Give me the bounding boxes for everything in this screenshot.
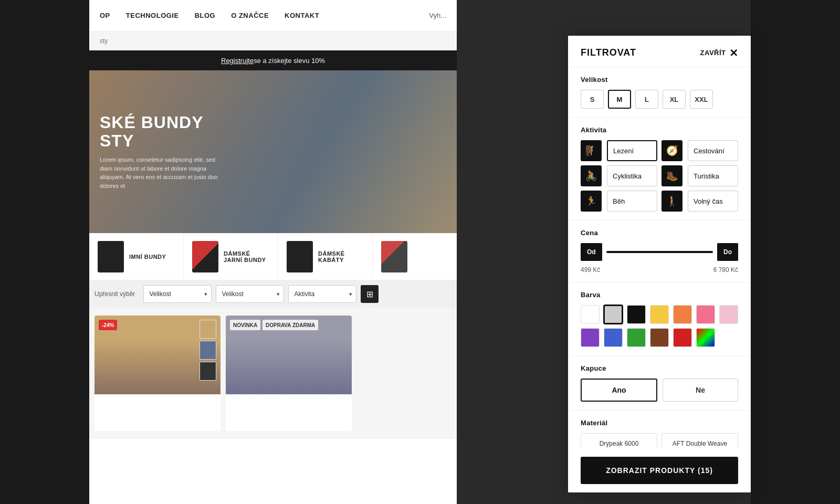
cat-thumb-jarni xyxy=(192,241,218,272)
promo-link[interactable]: Registrujte xyxy=(221,57,254,65)
dark-side-right xyxy=(751,0,840,504)
filter-close-button[interactable]: ZAVŘÍT ✕ xyxy=(700,48,738,58)
filter-panel-title: FILTROVAT xyxy=(581,47,636,58)
breadcrumb: sty xyxy=(89,32,457,50)
color-swatch-gradient[interactable] xyxy=(696,328,715,347)
price-min: 499 Kč xyxy=(581,266,600,274)
activity-label-lezeni: Lezení xyxy=(607,140,657,161)
activity-icon-beh: 🏃 xyxy=(581,191,602,212)
filter-select-wrap-1: Velikost xyxy=(143,285,212,303)
product-img-2: NOVINKA DOPRAVA ZDARMA xyxy=(226,316,352,394)
product-card-2[interactable]: NOVINKA DOPRAVA ZDARMA xyxy=(226,316,352,431)
website-content: OP TECHNOLOGIE BLOG O ZNAČCE KONTAKT Vyh… xyxy=(89,0,457,504)
filter-select-velikost-1[interactable]: Velikost xyxy=(143,285,212,303)
product-card-1[interactable]: -24% xyxy=(94,316,220,431)
nav-item-o-znacce[interactable]: O ZNAČCE xyxy=(231,12,269,19)
filter-section-barva: Barva xyxy=(568,282,751,356)
color-swatch-lightpink[interactable] xyxy=(719,305,738,324)
color-swatch-yellow[interactable] xyxy=(650,305,669,324)
filter-select-aktivita[interactable]: Aktivita xyxy=(288,285,356,303)
filter-panel-header: FILTROVAT ZAVŘÍT ✕ xyxy=(568,36,751,67)
filter-select-wrap-2: Velikost xyxy=(216,285,284,303)
product-img-1: -24% xyxy=(94,316,220,394)
cat-item-kabaty[interactable]: DÁMSKÉ KABÁTY xyxy=(278,233,373,280)
size-btn-m[interactable]: M xyxy=(608,90,631,109)
kapuce-btn-ano[interactable]: Ano xyxy=(581,379,657,402)
activity-item-volny-cas[interactable]: 🚶 Volný čas xyxy=(662,191,738,212)
color-swatch-black[interactable] xyxy=(627,305,646,324)
product-thumb-sm-3 xyxy=(200,362,216,381)
nav-item-technologie[interactable]: TECHNOLOGIE xyxy=(126,12,179,19)
activity-label-cyklistika: Cyklistika xyxy=(607,165,657,186)
price-from-tag: Od xyxy=(581,243,602,261)
cat-item-zimni[interactable]: IMNÍ BUNDY xyxy=(89,233,184,280)
price-row: Od Do xyxy=(581,243,738,261)
close-icon: ✕ xyxy=(729,48,739,58)
activity-label-volny-cas: Volný čas xyxy=(688,191,738,212)
filter-section-aktivita: Aktivita 🧗 Lezení 🧭 Cestování 🚴 Cyklisti… xyxy=(568,118,751,220)
color-swatch-lightgray[interactable] xyxy=(604,305,623,324)
activity-item-cestovani[interactable]: 🧭 Cestování xyxy=(662,140,738,161)
product-thumb-sm-1 xyxy=(200,320,216,339)
breadcrumb-text: sty xyxy=(100,37,108,45)
nav-item-kontakt[interactable]: KONTAKT xyxy=(285,12,319,19)
dark-side-left xyxy=(0,0,89,504)
filter-icon-button[interactable]: ⊞ xyxy=(361,285,379,303)
badge-shipping-1: DOPRAVA ZDARMA xyxy=(262,320,318,330)
filter-select-velikost-2[interactable]: Velikost xyxy=(216,285,284,303)
cat-item-da[interactable] xyxy=(373,233,457,280)
hero-title: SKÉ BUNDY STY xyxy=(100,113,226,150)
cat-label-kabaty: DÁMSKÉ KABÁTY xyxy=(318,250,364,263)
activity-item-beh[interactable]: 🏃 Běh xyxy=(581,191,657,212)
filter-select-wrap-3: Aktivita xyxy=(288,285,356,303)
size-btn-xxl[interactable]: XXL xyxy=(690,90,713,109)
cat-label-zimni: IMNÍ BUNDY xyxy=(129,254,166,260)
color-swatch-orange[interactable] xyxy=(673,305,692,324)
color-swatch-blue[interactable] xyxy=(604,328,623,347)
size-buttons: S M L XL XXL xyxy=(581,90,738,109)
nav-item-blog[interactable]: BLOG xyxy=(195,12,216,19)
color-swatch-pink[interactable] xyxy=(696,305,715,324)
filter-section-label-kapuce: Kapuce xyxy=(581,364,738,372)
size-btn-l[interactable]: L xyxy=(635,90,658,109)
filter-section-kapuce: Kapuce Ano Ne xyxy=(568,356,751,411)
color-swatch-purple[interactable] xyxy=(581,328,600,347)
filter-section-cena: Cena Od Do 499 Kč 6 780 Kč xyxy=(568,220,751,282)
cat-label-jarni: DÁMSKÉ JARNÍ BUNDY xyxy=(224,250,269,263)
nav-search[interactable]: Vyh... xyxy=(429,12,446,19)
price-slider[interactable] xyxy=(606,251,713,253)
hero-title-line2: STY xyxy=(100,132,226,150)
filter-section-label-velikost: Velikost xyxy=(581,76,738,83)
promo-text: se a získejte slevu 10% xyxy=(254,57,325,65)
filter-section-label-aktivita: Aktivita xyxy=(581,126,738,134)
activity-item-turistika[interactable]: 🥾 Turistika xyxy=(662,165,738,186)
promo-banner: Registrujte se a získejte slevu 10% xyxy=(89,50,457,70)
nav-bar: OP TECHNOLOGIE BLOG O ZNAČCE KONTAKT Vyh… xyxy=(89,0,457,32)
cat-thumb-kabaty xyxy=(287,241,313,272)
color-swatch-white[interactable] xyxy=(581,305,600,324)
price-to-tag: Do xyxy=(717,243,738,261)
hero-desc: Lorem ipsum, consetetur sadipscing elitr… xyxy=(100,155,226,190)
activity-icon-volny-cas: 🚶 xyxy=(662,191,682,212)
cat-thumb-zimni xyxy=(98,241,124,272)
activity-label-cestovani: Cestování xyxy=(688,140,738,161)
kapuce-btn-ne[interactable]: Ne xyxy=(663,379,738,402)
activity-item-cyklistika[interactable]: 🚴 Cyklistika xyxy=(581,165,657,186)
size-btn-xl[interactable]: XL xyxy=(663,90,686,109)
product-thumbs-1 xyxy=(200,320,216,381)
activity-item-lezeni[interactable]: 🧗 Lezení xyxy=(581,140,657,161)
product-grid: -24% NOVINKA DOPRAVA ZDARMA xyxy=(89,308,457,439)
category-slider: IMNÍ BUNDY DÁMSKÉ JARNÍ BUNDY DÁMSKÉ KAB… xyxy=(89,233,457,280)
size-btn-s[interactable]: S xyxy=(581,90,604,109)
color-swatch-green[interactable] xyxy=(627,328,646,347)
nav-item-op[interactable]: OP xyxy=(100,12,110,19)
color-swatch-red[interactable] xyxy=(673,328,692,347)
filter-section-velikost: Velikost S M L XL XXL xyxy=(568,67,751,118)
activity-icon-cyklistika: 🚴 xyxy=(581,165,602,186)
cat-item-jarni[interactable]: DÁMSKÉ JARNÍ BUNDY xyxy=(184,233,278,280)
price-labels: 499 Kč 6 780 Kč xyxy=(581,266,738,274)
submit-button[interactable]: ZOBRAZIT PRODUKTY (15) xyxy=(581,457,738,484)
filter-section-label-material: Materiál xyxy=(581,419,738,427)
color-swatch-brown[interactable] xyxy=(650,328,669,347)
activity-icon-cestovani: 🧭 xyxy=(662,140,682,161)
